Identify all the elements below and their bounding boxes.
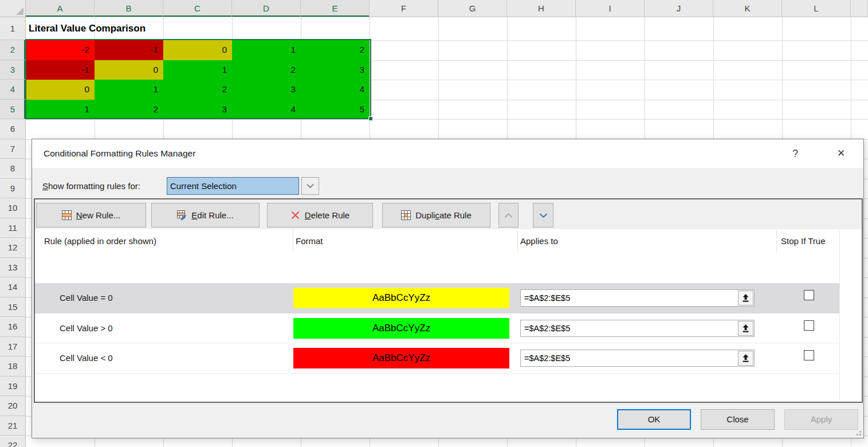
- dialog-titlebar[interactable]: Conditional Formatting Rules Manager ? ✕: [32, 139, 863, 168]
- row-header-21[interactable]: 21: [0, 416, 25, 436]
- row-header-11[interactable]: 11: [0, 218, 25, 238]
- row-header-9[interactable]: 9: [0, 179, 25, 199]
- row-header-5[interactable]: 5: [0, 100, 25, 120]
- cell-d5[interactable]: 4: [232, 100, 301, 120]
- column-header-b[interactable]: B: [95, 0, 163, 17]
- range-picker-button[interactable]: [738, 321, 753, 336]
- edit-rule-button[interactable]: Edit Rule...: [151, 203, 260, 228]
- applies-to-field[interactable]: =$A$2:$E$5: [520, 289, 755, 307]
- rule-row-2[interactable]: Cell Value > 0AaBbCcYyZz=$A$2:$E$5: [35, 313, 839, 344]
- column-header-c[interactable]: C: [163, 0, 232, 17]
- duplicate-rule-button[interactable]: Duplicate Rule: [382, 203, 490, 228]
- column-header-i[interactable]: I: [576, 0, 645, 17]
- row-header-2[interactable]: 2: [0, 40, 25, 60]
- cell-c5[interactable]: 3: [163, 100, 232, 120]
- rule-row-1[interactable]: Cell Value = 0AaBbCcYyZz=$A$2:$E$5: [35, 283, 839, 313]
- row-header-6[interactable]: 6: [0, 119, 25, 139]
- cell-a1-title[interactable]: Literal Value Comparison: [29, 17, 146, 40]
- applies-to-field[interactable]: =$A$2:$E$5: [520, 350, 755, 367]
- row-header-3[interactable]: 3: [0, 60, 25, 80]
- col-header-format: Format: [296, 229, 323, 253]
- close-button[interactable]: ✕: [830, 139, 853, 168]
- column-header-d[interactable]: D: [232, 0, 301, 17]
- cell-e3[interactable]: 3: [301, 60, 370, 80]
- select-all-corner[interactable]: [0, 0, 26, 17]
- cell-d2[interactable]: 1: [232, 40, 301, 60]
- column-header-a[interactable]: A: [26, 0, 95, 17]
- column-header-e[interactable]: E: [301, 0, 370, 17]
- new-rule-button[interactable]: New Rule...: [36, 203, 146, 228]
- header-separator: [776, 230, 777, 252]
- dropdown-arrow-button[interactable]: [301, 177, 319, 195]
- collapse-dialog-arrow-icon: [741, 354, 750, 363]
- applies-to-field[interactable]: =$A$2:$E$5: [520, 320, 755, 337]
- cell-c3[interactable]: 1: [163, 60, 232, 80]
- cell-e5[interactable]: 5: [301, 100, 370, 120]
- col-header-rule: Rule (applied in order shown): [44, 229, 156, 253]
- row-header-14[interactable]: 14: [0, 277, 25, 297]
- row-header-20[interactable]: 20: [0, 396, 25, 416]
- stop-if-true-checkbox[interactable]: [804, 350, 814, 360]
- chevron-down-icon: [307, 183, 314, 189]
- cell-b3[interactable]: 0: [95, 60, 163, 80]
- move-rule-down-button[interactable]: [533, 203, 553, 228]
- row-header-17[interactable]: 17: [0, 337, 25, 357]
- row-header-12[interactable]: 12: [0, 238, 25, 258]
- rule-description: Cell Value > 0: [60, 313, 113, 344]
- show-rules-dropdown[interactable]: Current Selection: [167, 177, 299, 195]
- cell-d3[interactable]: 2: [232, 60, 301, 80]
- cell-c4[interactable]: 2: [163, 80, 232, 100]
- move-rule-up-button[interactable]: [498, 203, 519, 228]
- row-header-13[interactable]: 13: [0, 258, 25, 278]
- cell-b4[interactable]: 1: [95, 80, 163, 100]
- row-header-15[interactable]: 15: [0, 297, 25, 317]
- column-header-j[interactable]: J: [645, 0, 713, 17]
- cell-d4[interactable]: 3: [232, 80, 301, 100]
- row-header-1[interactable]: 1: [0, 17, 25, 40]
- collapse-dialog-arrow-icon: [741, 324, 750, 333]
- stop-if-true-checkbox[interactable]: [804, 320, 814, 331]
- cell-c2[interactable]: 0: [163, 40, 232, 60]
- chevron-down-icon: [539, 213, 548, 218]
- chevron-up-icon: [504, 213, 513, 218]
- stop-if-true-checkbox[interactable]: [804, 290, 814, 300]
- cell-e4[interactable]: 4: [301, 80, 370, 100]
- column-header-h[interactable]: H: [507, 0, 576, 17]
- cell-b2[interactable]: -1: [95, 40, 163, 60]
- row-header-4[interactable]: 4: [0, 80, 25, 100]
- row-header-8[interactable]: 8: [0, 159, 25, 179]
- cf-rules-manager-dialog: Conditional Formatting Rules Manager ? ✕…: [32, 139, 864, 438]
- cell-a3[interactable]: -1: [26, 60, 95, 80]
- rule-format-preview[interactable]: AaBbCcYyZz: [293, 348, 509, 368]
- column-header-l[interactable]: L: [782, 0, 851, 17]
- row-header-19[interactable]: 19: [0, 377, 25, 397]
- header-separator: [293, 230, 293, 252]
- help-button[interactable]: ?: [784, 139, 807, 168]
- new-rule-table-icon: [62, 210, 72, 220]
- cell-a4[interactable]: 0: [26, 80, 95, 100]
- ok-button[interactable]: OK: [617, 409, 691, 430]
- rules-list-frame: New Rule... Edit Rule... Delete Rule Dup…: [34, 198, 863, 403]
- row-header-18[interactable]: 18: [0, 356, 25, 377]
- rule-row-3[interactable]: Cell Value < 0AaBbCcYyZz=$A$2:$E$5: [35, 343, 839, 374]
- close-dialog-button[interactable]: Close: [701, 409, 775, 430]
- row-header-10[interactable]: 10: [0, 198, 25, 218]
- column-header-k[interactable]: K: [713, 0, 782, 17]
- column-header-g[interactable]: G: [438, 0, 507, 17]
- resize-grip[interactable]: [854, 429, 861, 436]
- rule-format-preview[interactable]: AaBbCcYyZz: [293, 318, 509, 339]
- cell-e2[interactable]: 2: [301, 40, 370, 60]
- column-header-partial[interactable]: [851, 0, 868, 17]
- cell-b5[interactable]: 2: [95, 100, 163, 120]
- row-header-7[interactable]: 7: [0, 139, 25, 159]
- range-picker-button[interactable]: [738, 351, 753, 366]
- rule-format-preview[interactable]: AaBbCcYyZz: [293, 288, 509, 308]
- duplicate-rule-table-icon: [401, 210, 411, 220]
- row-header-22[interactable]: 22: [0, 436, 25, 447]
- column-header-f[interactable]: F: [370, 0, 438, 17]
- cell-a5[interactable]: 1: [26, 100, 95, 120]
- delete-rule-button[interactable]: Delete Rule: [267, 203, 373, 228]
- row-header-16[interactable]: 16: [0, 317, 25, 337]
- cell-a2[interactable]: -2: [26, 40, 95, 60]
- range-picker-button[interactable]: [738, 291, 753, 305]
